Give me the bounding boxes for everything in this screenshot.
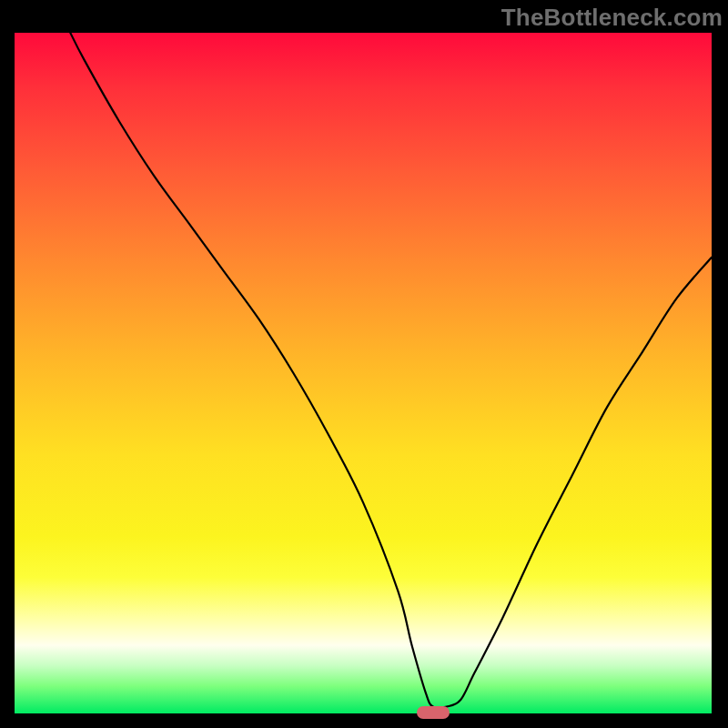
target-marker [417, 706, 450, 719]
chart-canvas: TheBottleneck.com [0, 0, 728, 728]
plot-area [15, 33, 712, 713]
bottleneck-curve [15, 33, 712, 713]
attribution-text: TheBottleneck.com [501, 4, 723, 32]
